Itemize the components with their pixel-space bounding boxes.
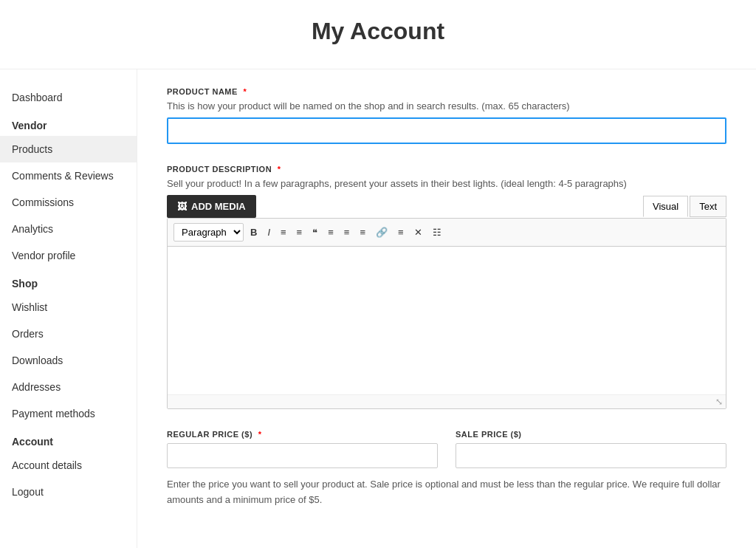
link-button[interactable]: 🔗	[372, 225, 391, 240]
price-group: REGULAR PRICE ($) * SALE PRICE ($) Enter…	[167, 430, 726, 508]
product-name-input[interactable]	[167, 117, 726, 144]
product-name-hint: This is how your product will be named o…	[167, 100, 726, 112]
sidebar-item-commissions[interactable]: Commissions	[0, 189, 137, 216]
list-ol-button[interactable]: ≡	[293, 225, 306, 240]
sidebar-item-products[interactable]: Products	[0, 136, 137, 162]
editor-toolbar: Paragraph B I ≡ ≡ ❝ ≡ ≡ ≡ 🔗 ≡ ✕ ☷	[168, 219, 726, 247]
add-media-bar: 🖼 ADD MEDIA Visual Text	[167, 195, 726, 218]
sidebar-section-account: Account	[0, 427, 137, 452]
editor-resize-handle: ⤡	[168, 394, 726, 408]
required-indicator-desc: *	[278, 165, 281, 174]
regular-price-input[interactable]	[167, 443, 438, 468]
paragraph-select[interactable]: Paragraph	[173, 223, 244, 242]
sidebar-item-dashboard[interactable]: Dashboard	[0, 84, 137, 111]
sidebar-item-wishlist[interactable]: Wishlist	[0, 294, 137, 321]
product-description-label: PRODUCT DESCRIPTION *	[167, 165, 726, 174]
sidebar-section-vendor: Vendor	[0, 111, 137, 136]
list-ul-button[interactable]: ≡	[277, 225, 290, 240]
sale-price-label: SALE PRICE ($)	[456, 430, 726, 439]
sidebar-item-comments-reviews[interactable]: Comments & Reviews	[0, 162, 137, 189]
tab-text[interactable]: Text	[690, 196, 726, 217]
product-description-group: PRODUCT DESCRIPTION * Sell your product!…	[167, 165, 726, 409]
sidebar-item-orders[interactable]: Orders	[0, 321, 137, 347]
italic-button[interactable]: I	[264, 225, 274, 240]
sidebar-item-analytics[interactable]: Analytics	[0, 216, 137, 242]
price-hint: Enter the price you want to sell your pr…	[167, 477, 726, 508]
resize-icon: ⤡	[715, 397, 723, 407]
main-content: PRODUCT NAME * This is how your product …	[137, 69, 756, 548]
align-center-button[interactable]: ≡	[340, 225, 354, 240]
add-media-icon: 🖼	[177, 201, 187, 212]
sidebar-item-account-details[interactable]: Account details	[0, 452, 137, 479]
align-right-button[interactable]: ≡	[356, 225, 369, 240]
page-title: My Account	[0, 0, 756, 69]
product-description-hint: Sell your product! In a few paragraphs, …	[167, 178, 726, 189]
sidebar-item-addresses[interactable]: Addresses	[0, 374, 137, 400]
visual-text-tabs: Visual Text	[643, 196, 726, 217]
horizontal-rule-button[interactable]: ≡	[394, 225, 408, 240]
tab-visual[interactable]: Visual	[643, 196, 688, 217]
sidebar-item-vendor-profile[interactable]: Vendor profile	[0, 242, 137, 269]
bold-button[interactable]: B	[247, 225, 261, 240]
sale-price-input[interactable]	[456, 443, 726, 468]
add-media-button[interactable]: 🖼 ADD MEDIA	[167, 195, 256, 218]
sidebar-item-logout[interactable]: Logout	[0, 479, 137, 505]
sidebar: Dashboard Vendor Products Comments & Rev…	[0, 69, 137, 548]
remove-format-button[interactable]: ✕	[410, 225, 426, 240]
sidebar-section-shop: Shop	[0, 269, 137, 294]
sale-price-field: SALE PRICE ($)	[456, 430, 726, 468]
sidebar-item-payment-methods[interactable]: Payment methods	[0, 400, 137, 427]
product-name-group: PRODUCT NAME * This is how your product …	[167, 87, 726, 144]
product-name-label: PRODUCT NAME *	[167, 87, 726, 96]
sidebar-item-downloads[interactable]: Downloads	[0, 347, 137, 374]
regular-price-label: REGULAR PRICE ($) *	[167, 430, 438, 439]
editor-body[interactable]	[168, 247, 726, 394]
regular-price-field: REGULAR PRICE ($) *	[167, 430, 438, 468]
required-indicator: *	[243, 87, 247, 96]
blockquote-button[interactable]: ❝	[309, 225, 321, 240]
price-row: REGULAR PRICE ($) * SALE PRICE ($)	[167, 430, 726, 468]
align-left-button[interactable]: ≡	[324, 225, 337, 240]
required-indicator-price: *	[258, 430, 262, 439]
fullscreen-button[interactable]: ☷	[429, 225, 445, 240]
editor-container: Paragraph B I ≡ ≡ ❝ ≡ ≡ ≡ 🔗 ≡ ✕ ☷	[167, 218, 726, 409]
